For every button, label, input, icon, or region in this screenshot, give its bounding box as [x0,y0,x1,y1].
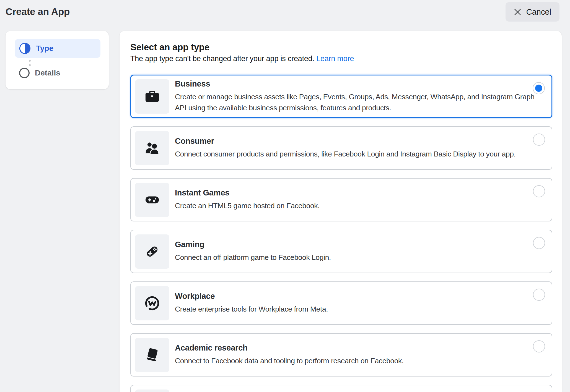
briefcase-icon [144,88,160,104]
radio-workplace[interactable] [533,289,545,301]
option-title: Consumer [175,137,545,146]
top-bar: Create an App Cancel [0,0,570,25]
gaming-icon-tile [135,234,169,269]
option-title: Academic research [175,343,545,352]
panel-heading: Select an app type [130,41,552,53]
subtext-body: The app type can't be changed after your… [130,54,314,63]
radio-gaming[interactable] [533,237,545,249]
option-title: Business [175,79,544,88]
option-card-consumer[interactable]: Consumer Connect consumer products and p… [130,126,552,170]
book-icon [144,347,160,363]
consumer-text: Consumer Connect consumer products and p… [175,137,546,160]
cancel-label: Cancel [526,7,551,17]
option-title: Gaming [175,240,545,249]
option-card-partial[interactable] [130,385,552,392]
app-type-panel: Select an app type The app type can't be… [120,31,562,392]
stepper-label-details: Details [35,69,60,77]
option-description: Connect to Facebook data and tooling to … [175,355,545,366]
academic-research-icon-tile [135,338,169,372]
academic-research-text: Academic research Connect to Facebook da… [175,343,546,366]
step-details-circle-icon [19,68,30,78]
app-type-options: Business Create or manage business asset… [130,75,552,392]
stepper-item-details[interactable]: Details [19,68,109,78]
option-title: Workplace [175,292,545,301]
workplace-icon-tile [135,286,169,320]
stepper-card: Type Details [6,31,109,89]
radio-business[interactable] [533,82,545,94]
instant-games-icon-tile [135,183,169,217]
consumer-icon-tile [135,131,169,165]
gamepad-icon [144,243,160,260]
option-card-business[interactable]: Business Create or manage business asset… [130,75,552,118]
option-description: Connect consumer products and permission… [175,148,545,160]
stepper-connector-dots [29,60,109,66]
learn-more-link[interactable]: Learn more [316,54,354,63]
option-card-workplace[interactable]: Workplace Create enterprise tools for Wo… [130,281,552,325]
stepper-item-type[interactable]: Type [15,39,100,58]
stepper-label-type: Type [36,44,53,53]
close-icon [514,8,521,16]
workplace-text: Workplace Create enterprise tools for Wo… [175,292,546,315]
option-description: Connect an off-platform game to Facebook… [175,252,545,263]
radio-consumer[interactable] [533,134,545,146]
option-description: Create enterprise tools for Workplace fr… [175,304,545,315]
instant-games-text: Instant Games Create an HTML5 game hoste… [175,188,546,211]
option-card-academic-research[interactable]: Academic research Connect to Facebook da… [130,333,552,377]
business-text: Business Create or manage business asset… [175,79,546,113]
step-type-half-circle-icon [19,43,31,54]
gaming-text: Gaming Connect an off-platform game to F… [175,240,546,263]
people-icon [144,140,160,156]
cancel-button[interactable]: Cancel [506,2,559,22]
radio-instant-games[interactable] [533,185,545,197]
option-card-gaming[interactable]: Gaming Connect an off-platform game to F… [130,230,552,273]
option-description: Create an HTML5 game hosted on Facebook. [175,200,545,211]
panel-subtext: The app type can't be changed after your… [130,54,552,64]
business-icon-tile [135,79,169,114]
workplace-circle-w-icon [144,295,160,311]
page-title: Create an App [6,6,70,17]
partial-icon-tile [135,390,169,392]
instant-games-controller-icon [144,192,160,208]
radio-academic-research[interactable] [533,340,545,352]
option-description: Create or manage business assets like Pa… [175,91,544,113]
option-title: Instant Games [175,188,545,197]
option-card-instant-games[interactable]: Instant Games Create an HTML5 game hoste… [130,178,552,221]
